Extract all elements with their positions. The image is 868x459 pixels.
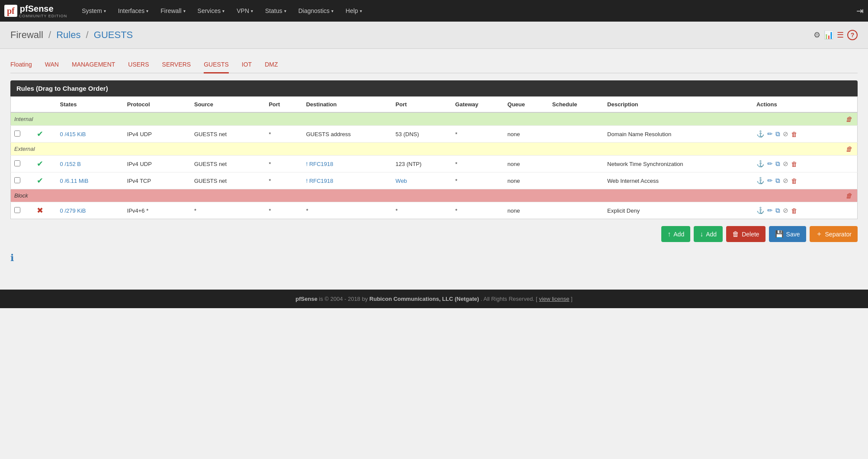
row4-checkbox[interactable] — [14, 207, 20, 213]
nav-help-caret: ▾ — [360, 9, 362, 13]
help-icon[interactable]: ? — [847, 30, 858, 40]
brand-name: pfSense — [20, 4, 67, 14]
row2-enabled-icon: ✔ — [37, 159, 43, 168]
tab-iot[interactable]: IOT — [242, 57, 252, 73]
tab-guests[interactable]: GUESTS — [204, 57, 229, 73]
col-description-header: Description — [604, 97, 753, 113]
row4-port-dst: * — [392, 202, 452, 219]
footer-license-link[interactable]: view license — [539, 296, 569, 302]
nav-diagnostics-caret: ▾ — [331, 9, 333, 13]
list-icon[interactable]: ☰ — [837, 30, 844, 40]
row4-actions: ⚓ ✏ ⧉ ⊘ 🗑 — [753, 202, 858, 219]
row2-dest-link[interactable]: ! RFC1918 — [306, 161, 333, 167]
row1-enabled-icon: ✔ — [37, 130, 43, 138]
nav-services-caret: ▾ — [222, 9, 224, 13]
row1-states-link[interactable]: 0 /415 KiB — [60, 131, 86, 137]
separator-external-delete-icon[interactable]: 🗑 — [846, 145, 852, 153]
nav-services[interactable]: Services ▾ — [192, 0, 231, 22]
nav-status[interactable]: Status ▾ — [259, 0, 292, 22]
info-section: ℹ — [10, 252, 858, 264]
tab-dmz[interactable]: DMZ — [265, 57, 278, 73]
separator-external-label: External — [11, 143, 753, 156]
col-queue-header: Queue — [504, 97, 548, 113]
table-head-row: States Protocol Source Port Destination … — [11, 97, 858, 113]
row1-edit-icon[interactable]: ✏ — [767, 130, 773, 138]
nav-diagnostics[interactable]: Diagnostics ▾ — [292, 0, 340, 22]
row2-delete-icon[interactable]: 🗑 — [791, 160, 798, 168]
row4-copy-icon[interactable]: ⧉ — [775, 207, 780, 214]
separator-button[interactable]: ＋ Separator — [810, 226, 858, 242]
separator-external-actions: 🗑 — [753, 143, 858, 156]
logout-icon[interactable]: ⇥ — [856, 6, 864, 16]
save-btn-icon: 💾 — [775, 230, 784, 238]
row3-enabled-icon: ✔ — [37, 176, 43, 185]
nav-system[interactable]: System ▾ — [76, 0, 112, 22]
row3-edit-icon[interactable]: ✏ — [767, 177, 773, 185]
row2-description: Network Time Synchronization — [604, 156, 753, 172]
row1-gateway: * — [452, 126, 504, 143]
footer: pfSense is © 2004 - 2018 by Rubicon Comm… — [0, 290, 868, 308]
row1-copy-icon[interactable]: ⧉ — [775, 130, 780, 138]
row1-delete-icon[interactable]: 🗑 — [791, 131, 798, 138]
add-top-button[interactable]: ↑ Add — [661, 226, 690, 242]
info-icon[interactable]: ℹ — [10, 252, 14, 263]
row3-states-link[interactable]: 0 /6.11 MiB — [60, 178, 89, 184]
row4-delete-icon[interactable]: 🗑 — [791, 207, 798, 214]
row1-checkbox[interactable] — [14, 131, 20, 137]
row4-states-link[interactable]: 0 /279 KiB — [60, 207, 86, 214]
row2-checkbox[interactable] — [14, 160, 20, 166]
bc-sep1: / — [48, 29, 51, 40]
row3-port-dst-link[interactable]: Web — [396, 178, 407, 184]
nav-help[interactable]: Help ▾ — [340, 0, 368, 22]
action-buttons: ↑ Add ↓ Add 🗑 Delete 💾 Save ＋ Separator — [10, 226, 858, 242]
footer-rights: . All Rights Reserved. [ — [480, 296, 538, 302]
separator-internal: Internal 🗑 — [11, 112, 858, 126]
tab-servers[interactable]: SERVERS — [162, 57, 191, 73]
nav-system-caret: ▾ — [104, 9, 106, 13]
row1-block-icon[interactable]: ⊘ — [783, 130, 788, 138]
separator-internal-delete-icon[interactable]: 🗑 — [846, 115, 852, 123]
nav-vpn-caret: ▾ — [251, 9, 253, 13]
row3-gateway: * — [452, 172, 504, 189]
add-bottom-button[interactable]: ↓ Add — [694, 226, 723, 242]
row2-copy-icon[interactable]: ⧉ — [775, 160, 780, 168]
add-bottom-icon: ↓ — [700, 230, 703, 238]
row3-anchor-icon[interactable]: ⚓ — [756, 177, 765, 185]
bc-rules[interactable]: Rules — [56, 29, 80, 40]
row1-anchor-icon[interactable]: ⚓ — [756, 130, 765, 138]
row2-gateway: * — [452, 156, 504, 172]
row4-queue: none — [504, 202, 548, 219]
nav-firewall[interactable]: Firewall ▾ — [154, 0, 191, 22]
row4-edit-icon[interactable]: ✏ — [767, 207, 773, 214]
tab-floating[interactable]: Floating — [10, 57, 32, 73]
tab-users[interactable]: USERS — [128, 57, 149, 73]
row4-schedule — [549, 202, 604, 219]
row3-dest-link[interactable]: ! RFC1918 — [306, 178, 333, 184]
row4-anchor-icon[interactable]: ⚓ — [756, 207, 765, 214]
row3-delete-icon[interactable]: 🗑 — [791, 177, 798, 185]
row4-disabled-icon: ✖ — [37, 206, 43, 215]
tab-management[interactable]: MANAGEMENT — [72, 57, 115, 73]
tab-wan[interactable]: WAN — [45, 57, 59, 73]
row3-checkbox-cell — [11, 172, 34, 189]
nav-interfaces[interactable]: Interfaces ▾ — [112, 0, 154, 22]
row3-block-icon[interactable]: ⊘ — [783, 177, 788, 185]
separator-btn-icon: ＋ — [816, 230, 823, 239]
row3-copy-icon[interactable]: ⧉ — [775, 177, 780, 185]
row1-states: 0 /415 KiB — [57, 126, 124, 143]
row2-protocol: IPv4 UDP — [124, 156, 191, 172]
row2-edit-icon[interactable]: ✏ — [767, 160, 773, 168]
bc-sep2: / — [86, 29, 89, 40]
row2-states-link[interactable]: 0 /152 B — [60, 161, 81, 167]
delete-button[interactable]: 🗑 Delete — [726, 226, 765, 242]
nav-vpn[interactable]: VPN ▾ — [231, 0, 259, 22]
row4-block-icon[interactable]: ⊘ — [783, 207, 788, 214]
row1-port-src: * — [265, 126, 302, 143]
separator-block-delete-icon[interactable]: 🗑 — [846, 192, 852, 199]
row2-anchor-icon[interactable]: ⚓ — [756, 160, 765, 168]
row2-block-icon[interactable]: ⊘ — [783, 160, 788, 168]
row3-checkbox[interactable] — [14, 177, 20, 183]
filter-icon[interactable]: ⚙ — [814, 30, 820, 40]
save-button[interactable]: 💾 Save — [769, 226, 806, 242]
chart-icon[interactable]: 📊 — [824, 30, 833, 40]
